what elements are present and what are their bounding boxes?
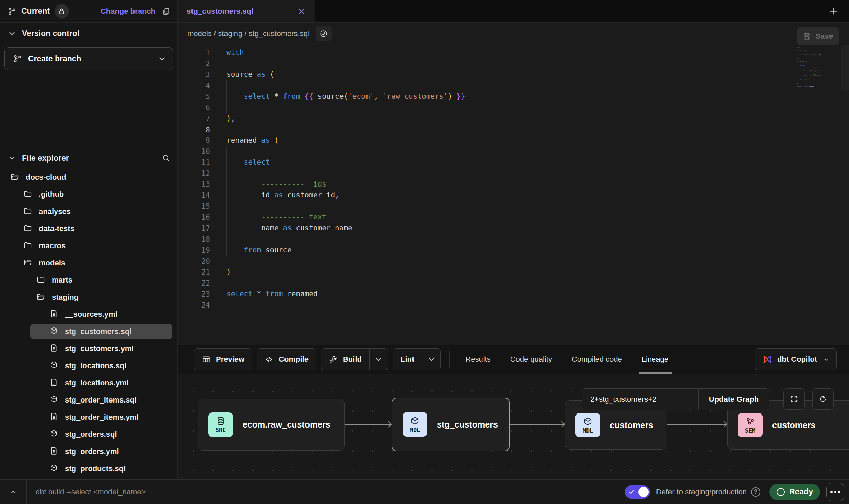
node-label: customers bbox=[772, 420, 815, 430]
tab-stg-customers-sql[interactable]: stg_customers.sql bbox=[178, 0, 315, 22]
database-icon bbox=[216, 416, 226, 426]
folder-icon bbox=[23, 206, 34, 217]
code-line-23: 23select * from renamed bbox=[178, 289, 840, 300]
tree-item-stg-order-items-yml[interactable]: stg_order_items.yml bbox=[0, 409, 177, 426]
line-content bbox=[210, 102, 840, 113]
tab-close-icon[interactable] bbox=[297, 7, 306, 16]
code-editor[interactable]: 1with23source as (45 select * from {{ so… bbox=[178, 45, 849, 345]
compile-label: Compile bbox=[279, 355, 309, 364]
line-number: 22 bbox=[178, 278, 210, 289]
build-button[interactable]: Build bbox=[321, 348, 388, 370]
lint-button[interactable]: Lint bbox=[393, 348, 441, 370]
editor-lines: 1with23source as (45 select * from {{ so… bbox=[178, 47, 840, 311]
file-search-button[interactable] bbox=[162, 154, 171, 163]
line-content bbox=[210, 124, 840, 135]
panel-tab-code-quality[interactable]: Code quality bbox=[510, 345, 552, 374]
create-branch-dropdown[interactable] bbox=[151, 48, 173, 70]
compile-button[interactable]: Compile bbox=[257, 348, 316, 370]
line-number: 10 bbox=[178, 146, 210, 157]
badge-label: MDL bbox=[410, 427, 420, 433]
save-button[interactable]: Save bbox=[797, 27, 839, 45]
command-input[interactable] bbox=[27, 488, 625, 496]
code-line-9: 9renamed as ( bbox=[178, 135, 840, 146]
refresh-graph-button[interactable] bbox=[812, 388, 834, 410]
line-number: 19 bbox=[178, 245, 210, 256]
chevron-down-icon bbox=[374, 355, 383, 364]
tree-item-data-tests[interactable]: data-tests bbox=[0, 220, 177, 237]
line-content: select * from renamed bbox=[210, 289, 840, 300]
editor-scrollbar[interactable] bbox=[840, 45, 849, 345]
line-content bbox=[210, 234, 840, 245]
tree-item-stg-orders-sql[interactable]: stg_orders.sql bbox=[0, 426, 177, 443]
dbt-copilot-button[interactable]: dbt Copilot bbox=[755, 348, 837, 370]
line-content: select * from {{ source('ecom', 'raw_cus… bbox=[210, 91, 840, 102]
copy-branch-button[interactable] bbox=[162, 7, 171, 16]
line-number: 16 bbox=[178, 212, 210, 223]
tree-item-docs-cloud[interactable]: docs-cloud bbox=[0, 169, 177, 186]
tree-item-stg-customers-yml[interactable]: stg_customers.yml bbox=[0, 340, 177, 357]
change-branch-link[interactable]: Change branch bbox=[101, 7, 155, 16]
sidebar: Version control Create branch File explo… bbox=[0, 23, 178, 479]
compass-button[interactable] bbox=[316, 26, 332, 41]
line-content bbox=[210, 256, 840, 267]
tree-item-staging[interactable]: staging bbox=[0, 289, 177, 306]
lint-dropdown[interactable] bbox=[422, 349, 440, 370]
build-dropdown[interactable] bbox=[369, 349, 388, 370]
line-content bbox=[210, 168, 840, 179]
line-content: name as customer_name bbox=[210, 223, 840, 234]
file-doc-icon bbox=[49, 344, 60, 354]
fullscreen-button[interactable] bbox=[783, 388, 805, 410]
code-line-4: 4 bbox=[178, 80, 840, 91]
create-branch-button[interactable]: Create branch bbox=[4, 47, 173, 70]
ready-status-button[interactable]: Ready bbox=[769, 484, 820, 500]
file-model-icon bbox=[49, 326, 60, 337]
line-number: 20 bbox=[178, 256, 210, 267]
tree-item-stg-orders-yml[interactable]: stg_orders.yml bbox=[0, 443, 177, 460]
tree-item-models[interactable]: models bbox=[0, 254, 177, 272]
cube-icon bbox=[583, 417, 593, 427]
tree-item-label: stg_customers.yml bbox=[65, 344, 134, 353]
help-icon[interactable]: ? bbox=[751, 487, 760, 497]
new-tab-button[interactable] bbox=[826, 4, 841, 19]
lineage-node-stg-customers[interactable]: MDLstg_customers bbox=[392, 398, 510, 451]
tree-item-marts[interactable]: marts bbox=[0, 272, 177, 289]
tree-item-stg-locations-sql[interactable]: stg_locations.sql bbox=[0, 357, 177, 374]
more-options-button[interactable] bbox=[826, 483, 844, 501]
panel-tab-results[interactable]: Results bbox=[465, 345, 490, 374]
folder-open-icon bbox=[23, 258, 34, 268]
defer-toggle[interactable] bbox=[625, 485, 650, 499]
lineage-node-ecom-raw-customers[interactable]: SRCecom.raw_customers bbox=[198, 399, 345, 451]
lint-label: Lint bbox=[400, 355, 414, 364]
tree-item--sources-yml[interactable]: __sources.yml bbox=[0, 306, 177, 323]
tree-item-analyses[interactable]: analyses bbox=[0, 203, 177, 220]
tree-item-macros[interactable]: macros bbox=[0, 237, 177, 254]
top-header-row: Current Change branch stg_customers.sql bbox=[0, 0, 849, 23]
scrollbar-thumb[interactable] bbox=[841, 45, 849, 90]
tree-item-stg-customers-sql[interactable]: stg_customers.sql bbox=[0, 323, 177, 340]
create-branch-main[interactable]: Create branch bbox=[5, 48, 151, 70]
preview-button[interactable]: Preview bbox=[194, 348, 252, 370]
line-number: 23 bbox=[178, 289, 210, 300]
toggle-knob bbox=[638, 487, 649, 497]
tree-item-stg-order-items-sql[interactable]: stg_order_items.sql bbox=[0, 392, 177, 409]
update-graph-button[interactable]: Update Graph bbox=[699, 389, 769, 410]
file-model-icon bbox=[49, 464, 60, 474]
line-number: 13 bbox=[178, 179, 210, 190]
panel-tab-compiled-code[interactable]: Compiled code bbox=[572, 345, 622, 374]
tree-item--github[interactable]: .github bbox=[0, 186, 177, 203]
file-model-icon bbox=[49, 429, 60, 440]
version-control-heading[interactable]: Version control bbox=[0, 23, 177, 44]
main-column: models / staging / stg_customers.sql Sav… bbox=[178, 23, 849, 479]
code-line-7: 7), bbox=[178, 113, 840, 124]
command-bar-expand-button[interactable] bbox=[0, 480, 27, 504]
lineage-selector-input[interactable]: 2+stg_customers+2 bbox=[582, 389, 699, 410]
tree-item-stg-products-sql[interactable]: stg_products.sql bbox=[0, 460, 177, 477]
tree-item-label: __sources.yml bbox=[65, 310, 117, 319]
code-line-16: 16 ---------- text bbox=[178, 212, 840, 223]
branch-header: Current Change branch bbox=[0, 0, 178, 22]
file-explorer-heading[interactable]: File explorer bbox=[0, 148, 177, 168]
panel-tab-lineage[interactable]: Lineage bbox=[642, 345, 668, 374]
tree-item-stg-locations-yml[interactable]: stg_locations.yml bbox=[0, 374, 177, 392]
editor-minimap[interactable]: with source as ( select * from {{ source… bbox=[797, 47, 822, 89]
line-content: from source bbox=[210, 245, 840, 256]
